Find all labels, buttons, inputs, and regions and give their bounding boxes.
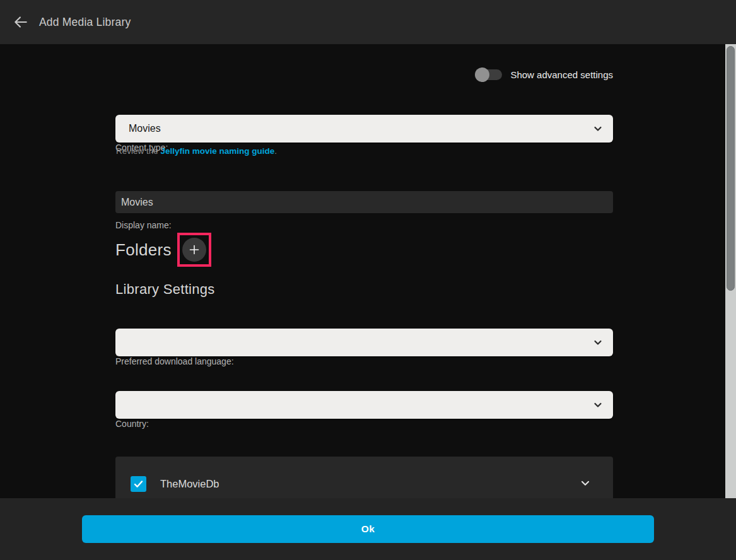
check-icon — [133, 479, 144, 489]
scrollbar-thumb[interactable] — [727, 46, 735, 291]
toggle-knob[interactable] — [475, 67, 489, 82]
content-type-value: Movies — [129, 123, 161, 134]
preferred-language-select[interactable] — [115, 329, 613, 356]
plus-icon — [188, 243, 201, 256]
naming-guide-help: Review the Jellyfin movie naming guide. — [116, 146, 277, 156]
country-select[interactable] — [115, 391, 613, 419]
arrow-left-icon — [13, 14, 29, 30]
app-header: Add Media Library — [0, 0, 736, 44]
add-folder-button[interactable] — [182, 238, 206, 262]
folders-section-header: Folders — [115, 233, 211, 267]
help-prefix: Review the — [116, 146, 161, 156]
chevron-down-icon — [593, 337, 603, 347]
library-form: Show advanced settings Content type: Mov… — [115, 44, 613, 560]
country-label: Country: — [115, 419, 149, 429]
scrollbar-track[interactable] — [725, 44, 736, 498]
folders-heading: Folders — [115, 240, 172, 260]
chevron-down-icon — [593, 124, 603, 134]
form-scroll-area: Show advanced settings Content type: Mov… — [0, 44, 736, 560]
naming-guide-link[interactable]: Jellyfin movie naming guide — [161, 146, 275, 156]
advanced-settings-row: Show advanced settings — [476, 67, 613, 82]
display-name-input[interactable] — [115, 191, 613, 213]
back-button[interactable] — [7, 8, 35, 36]
metadata-downloader-left: TheMovieDb — [131, 476, 219, 492]
chevron-down-icon — [593, 400, 603, 410]
chevron-down-icon[interactable] — [580, 477, 591, 491]
themoviedb-label: TheMovieDb — [160, 478, 219, 490]
advanced-settings-label: Show advanced settings — [510, 69, 613, 80]
library-settings-heading: Library Settings — [115, 281, 215, 298]
content-type-select[interactable]: Movies — [115, 115, 613, 143]
display-name-label: Display name: — [115, 220, 172, 230]
themoviedb-checkbox[interactable] — [131, 476, 146, 492]
show-advanced-toggle[interactable] — [476, 69, 502, 80]
click-highlight-box — [177, 233, 211, 267]
help-suffix: . — [274, 146, 277, 156]
preferred-language-label: Preferred download language: — [115, 356, 234, 366]
footer-bar: Ok — [0, 498, 736, 560]
metadata-downloader-row[interactable]: TheMovieDb — [115, 457, 613, 492]
page-title: Add Media Library — [39, 16, 131, 29]
ok-button[interactable]: Ok — [82, 515, 654, 543]
